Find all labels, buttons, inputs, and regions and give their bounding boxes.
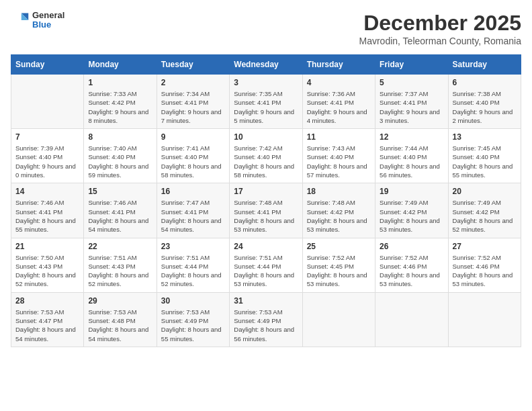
- day-info: Sunrise: 7:43 AMSunset: 4:40 PMDaylight:…: [307, 144, 371, 179]
- day-number: 9: [161, 132, 225, 142]
- day-number: 1: [88, 78, 152, 87]
- day-cell: 25Sunrise: 7:52 AMSunset: 4:45 PMDayligh…: [302, 238, 375, 292]
- day-number: 22: [88, 242, 152, 251]
- week-row-2: 7Sunrise: 7:39 AMSunset: 4:40 PMDaylight…: [11, 129, 521, 183]
- day-cell: 10Sunrise: 7:42 AMSunset: 4:40 PMDayligh…: [230, 129, 302, 183]
- day-cell: 11Sunrise: 7:43 AMSunset: 4:40 PMDayligh…: [302, 129, 375, 183]
- day-info: Sunrise: 7:37 AMSunset: 4:41 PMDaylight:…: [380, 89, 443, 125]
- day-number: 13: [453, 132, 517, 142]
- day-info: Sunrise: 7:53 AMSunset: 4:49 PMDaylight:…: [161, 308, 225, 343]
- day-info: Sunrise: 7:34 AMSunset: 4:41 PMDaylight:…: [161, 89, 225, 125]
- day-number: 31: [234, 296, 298, 306]
- day-number: 29: [88, 296, 152, 306]
- day-info: Sunrise: 7:48 AMSunset: 4:42 PMDaylight:…: [307, 198, 371, 234]
- day-info: Sunrise: 7:51 AMSunset: 4:44 PMDaylight:…: [161, 253, 225, 289]
- header-tuesday: Tuesday: [157, 55, 229, 75]
- day-cell: 23Sunrise: 7:51 AMSunset: 4:44 PMDayligh…: [157, 238, 229, 292]
- day-info: Sunrise: 7:53 AMSunset: 4:48 PMDaylight:…: [88, 308, 152, 343]
- location-subtitle: Mavrodin, Teleorman County, Romania: [359, 36, 522, 46]
- day-info: Sunrise: 7:36 AMSunset: 4:41 PMDaylight:…: [307, 89, 371, 125]
- day-info: Sunrise: 7:51 AMSunset: 4:43 PMDaylight:…: [88, 253, 152, 289]
- logo-blue: Blue: [32, 20, 64, 30]
- title-section: December 2025 Mavrodin, Teleorman County…: [359, 11, 522, 46]
- day-cell: [448, 292, 521, 347]
- day-number: 8: [88, 132, 152, 142]
- day-cell: 30Sunrise: 7:53 AMSunset: 4:49 PMDayligh…: [157, 292, 229, 347]
- day-cell: 4Sunrise: 7:36 AMSunset: 4:41 PMDaylight…: [302, 75, 375, 129]
- day-number: 3: [234, 78, 298, 87]
- day-cell: 7Sunrise: 7:39 AMSunset: 4:40 PMDaylight…: [11, 129, 84, 183]
- day-info: Sunrise: 7:53 AMSunset: 4:47 PMDaylight:…: [15, 308, 79, 343]
- day-cell: 22Sunrise: 7:51 AMSunset: 4:43 PMDayligh…: [84, 238, 157, 292]
- day-cell: 27Sunrise: 7:52 AMSunset: 4:46 PMDayligh…: [448, 238, 521, 292]
- day-info: Sunrise: 7:51 AMSunset: 4:44 PMDaylight:…: [234, 253, 298, 289]
- day-cell: 2Sunrise: 7:34 AMSunset: 4:41 PMDaylight…: [157, 75, 229, 129]
- day-info: Sunrise: 7:46 AMSunset: 4:41 PMDaylight:…: [88, 198, 152, 234]
- day-cell: 24Sunrise: 7:51 AMSunset: 4:44 PMDayligh…: [230, 238, 302, 292]
- day-cell: 9Sunrise: 7:41 AMSunset: 4:40 PMDaylight…: [157, 129, 229, 183]
- day-cell: 3Sunrise: 7:35 AMSunset: 4:41 PMDaylight…: [230, 75, 302, 129]
- day-cell: 29Sunrise: 7:53 AMSunset: 4:48 PMDayligh…: [84, 292, 157, 347]
- day-info: Sunrise: 7:52 AMSunset: 4:46 PMDaylight:…: [380, 253, 443, 289]
- day-info: Sunrise: 7:45 AMSunset: 4:40 PMDaylight:…: [453, 144, 517, 179]
- day-cell: 1Sunrise: 7:33 AMSunset: 4:42 PMDaylight…: [84, 75, 157, 129]
- day-cell: [11, 75, 84, 129]
- day-cell: 18Sunrise: 7:48 AMSunset: 4:42 PMDayligh…: [302, 183, 375, 238]
- day-cell: 6Sunrise: 7:38 AMSunset: 4:40 PMDaylight…: [448, 75, 521, 129]
- day-number: 14: [15, 187, 79, 196]
- day-number: 28: [15, 296, 79, 306]
- header-sunday: Sunday: [11, 55, 84, 75]
- day-info: Sunrise: 7:35 AMSunset: 4:41 PMDaylight:…: [234, 89, 298, 125]
- day-number: 23: [161, 242, 225, 251]
- day-info: Sunrise: 7:50 AMSunset: 4:43 PMDaylight:…: [15, 253, 79, 289]
- day-number: 7: [15, 132, 79, 142]
- day-info: Sunrise: 7:41 AMSunset: 4:40 PMDaylight:…: [161, 144, 225, 179]
- day-number: 19: [380, 187, 443, 196]
- day-info: Sunrise: 7:42 AMSunset: 4:40 PMDaylight:…: [234, 144, 298, 179]
- day-cell: 26Sunrise: 7:52 AMSunset: 4:46 PMDayligh…: [375, 238, 448, 292]
- day-cell: 20Sunrise: 7:49 AMSunset: 4:42 PMDayligh…: [448, 183, 521, 238]
- day-number: 30: [161, 296, 225, 306]
- day-cell: 12Sunrise: 7:44 AMSunset: 4:40 PMDayligh…: [375, 129, 448, 183]
- header-friday: Friday: [375, 55, 448, 75]
- day-cell: 17Sunrise: 7:48 AMSunset: 4:41 PMDayligh…: [230, 183, 302, 238]
- day-number: 25: [307, 242, 371, 251]
- header: General Blue December 2025 Mavrodin, Tel…: [11, 11, 521, 46]
- day-number: 2: [161, 78, 225, 87]
- month-title: December 2025: [359, 11, 522, 36]
- calendar-table: SundayMondayTuesdayWednesdayThursdayFrid…: [11, 54, 521, 347]
- header-saturday: Saturday: [448, 55, 521, 75]
- day-cell: 21Sunrise: 7:50 AMSunset: 4:43 PMDayligh…: [11, 238, 84, 292]
- day-info: Sunrise: 7:49 AMSunset: 4:42 PMDaylight:…: [380, 198, 443, 234]
- day-cell: [375, 292, 448, 347]
- day-number: 16: [161, 187, 225, 196]
- day-info: Sunrise: 7:53 AMSunset: 4:49 PMDaylight:…: [234, 308, 298, 343]
- day-info: Sunrise: 7:44 AMSunset: 4:40 PMDaylight:…: [380, 144, 443, 179]
- day-cell: 16Sunrise: 7:47 AMSunset: 4:41 PMDayligh…: [157, 183, 229, 238]
- day-info: Sunrise: 7:47 AMSunset: 4:41 PMDaylight:…: [161, 198, 225, 234]
- header-monday: Monday: [84, 55, 157, 75]
- week-row-1: 1Sunrise: 7:33 AMSunset: 4:42 PMDaylight…: [11, 75, 521, 129]
- day-cell: [302, 292, 375, 347]
- day-number: 12: [380, 132, 443, 142]
- day-cell: 15Sunrise: 7:46 AMSunset: 4:41 PMDayligh…: [84, 183, 157, 238]
- day-number: 17: [234, 187, 298, 196]
- day-info: Sunrise: 7:52 AMSunset: 4:45 PMDaylight:…: [307, 253, 371, 289]
- calendar-header-row: SundayMondayTuesdayWednesdayThursdayFrid…: [11, 55, 521, 75]
- day-info: Sunrise: 7:38 AMSunset: 4:40 PMDaylight:…: [453, 89, 517, 125]
- day-cell: 5Sunrise: 7:37 AMSunset: 4:41 PMDaylight…: [375, 75, 448, 129]
- logo-general: General: [32, 11, 64, 20]
- week-row-3: 14Sunrise: 7:46 AMSunset: 4:41 PMDayligh…: [11, 183, 521, 238]
- day-info: Sunrise: 7:48 AMSunset: 4:41 PMDaylight:…: [234, 198, 298, 234]
- day-number: 20: [453, 187, 517, 196]
- logo-text: General Blue: [32, 11, 64, 30]
- day-cell: 13Sunrise: 7:45 AMSunset: 4:40 PMDayligh…: [448, 129, 521, 183]
- day-cell: 14Sunrise: 7:46 AMSunset: 4:41 PMDayligh…: [11, 183, 84, 238]
- day-info: Sunrise: 7:49 AMSunset: 4:42 PMDaylight:…: [453, 198, 517, 234]
- day-number: 6: [453, 78, 517, 87]
- logo-icon: [11, 11, 30, 30]
- day-cell: 19Sunrise: 7:49 AMSunset: 4:42 PMDayligh…: [375, 183, 448, 238]
- day-number: 5: [380, 78, 443, 87]
- day-number: 4: [307, 78, 371, 87]
- header-wednesday: Wednesday: [230, 55, 302, 75]
